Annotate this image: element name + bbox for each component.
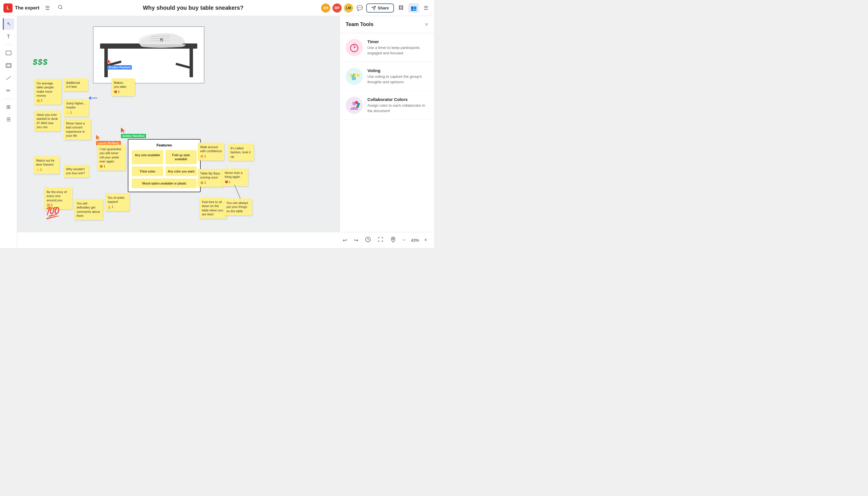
toolbar-divider2 <box>4 99 13 99</box>
canvas-area: $$$ → <box>17 16 434 232</box>
redo-button[interactable]: ↪ <box>352 235 360 245</box>
sticky-s1[interactable]: On average taller people make more money… <box>34 79 62 105</box>
timer-icon <box>345 39 363 56</box>
dollar-signs: $$$ <box>33 58 48 67</box>
features-title: Features <box>132 143 197 147</box>
svg-line-1 <box>61 8 62 9</box>
app-name: The expert <box>15 5 39 11</box>
sticky-s7[interactable]: I can guarantee you will never roll your… <box>97 145 126 170</box>
collab-colors-desc: Assign color to each collaborator in the… <box>367 103 428 113</box>
rectangle-tool[interactable] <box>3 47 14 59</box>
svg-rect-4 <box>6 51 11 55</box>
svg-point-32 <box>392 238 394 240</box>
voting-name: Voting <box>367 68 428 73</box>
panel-title: Team Tools <box>345 21 373 28</box>
location-button[interactable] <box>388 235 398 245</box>
sticky-s2[interactable]: Additional3-4 feet <box>64 78 88 91</box>
feature-any-color: Any color you want <box>165 167 197 176</box>
sticky-s15[interactable]: Table flip flops coming soon 😉 1 <box>198 169 224 187</box>
svg-point-0 <box>58 5 62 9</box>
collaborators-button[interactable]: 👥 <box>408 3 419 13</box>
cursor-lauren: Lauren McNeely <box>96 135 101 140</box>
content-area: $$$ → <box>17 16 434 248</box>
list-tool[interactable]: ☰ <box>3 114 14 125</box>
collab-colors-name: Collaborator Colors <box>367 97 428 102</box>
history-button[interactable] <box>363 235 373 245</box>
avatar-bp: BP <box>333 3 342 13</box>
zoom-out-button[interactable]: − <box>401 235 408 245</box>
sticky-s13[interactable]: Walk around with confidence 🔥 1 <box>198 143 224 160</box>
cursor-braden: Braden Packard <box>107 59 112 65</box>
feature-fold-up: Fold up style available <box>165 150 197 164</box>
voting-info: Voting Use voting to capture the group's… <box>367 68 428 84</box>
sticky-s4[interactable]: Jump higher... maybe ✨ 1 <box>64 99 89 117</box>
voting-icon: ⭐ ⭐ ⭐ <box>345 68 363 85</box>
svg-rect-6 <box>7 64 10 67</box>
line-tool[interactable] <box>3 72 14 84</box>
sticky-s12[interactable]: Ton of ankle support 🙏 1 <box>105 193 129 211</box>
toolbar-divider1 <box>4 45 13 45</box>
sticky-s17[interactable]: Feel free to sit down on the table when … <box>199 198 227 219</box>
canvas[interactable]: $$$ → <box>17 16 340 232</box>
frame-tool[interactable] <box>3 60 14 71</box>
cursor-ashley: Ashley Hamilton <box>121 127 126 133</box>
features-grid: Any size available Fold up style availab… <box>132 150 197 188</box>
search-button[interactable] <box>55 3 65 12</box>
present-button[interactable]: 🖼 <box>396 3 406 13</box>
svg-rect-10 <box>190 49 193 77</box>
sticky-s14[interactable]: It's called fashion, look it up. <box>228 144 254 161</box>
collab-colors-info: Collaborator Colors Assign color to each… <box>367 97 428 113</box>
sticky-s8[interactable]: Watch out for door frames! ⭐ 1 <box>34 156 60 174</box>
panel-close-button[interactable]: × <box>425 21 428 28</box>
sticky-s16[interactable]: Never lose a thing again ❤️ 1 <box>222 169 248 186</box>
hamburger-button[interactable]: ☰ <box>43 4 52 12</box>
feature-any-size: Any size available <box>132 150 163 164</box>
feature-thick-soles: Thick soles <box>132 167 163 176</box>
pen-tool[interactable]: ✏ <box>3 85 14 96</box>
sticky-s3[interactable]: Makesyou taller ❤️ 2 <box>112 78 135 96</box>
menu-button[interactable]: ☰ <box>421 3 431 13</box>
sticky-s18[interactable]: You can always put your things on the ta… <box>224 199 252 215</box>
fullscreen-button[interactable] <box>375 235 386 245</box>
sticky-s6[interactable]: Never have a bad concert experience in y… <box>64 119 91 140</box>
features-box: Features Any size available Fold up styl… <box>128 139 201 192</box>
voting-tool-item[interactable]: ⭐ ⭐ ⭐ Voting Use voting to capture the g… <box>340 62 434 91</box>
bottom-bar: ↩ ↪ − 43% + <box>17 232 434 248</box>
svg-line-21 <box>354 47 356 48</box>
voting-desc: Use voting to capture the group's though… <box>367 74 428 84</box>
main-area: ↖ T ✏ ⊞ ☰ $$$ → <box>0 16 434 248</box>
sticky-s11[interactable]: You will definatley get comments about t… <box>74 199 103 220</box>
timer-name: Timer <box>367 39 428 44</box>
topbar: L The expert ☰ Why should you buy table … <box>0 0 434 16</box>
grid-tool[interactable]: ⊞ <box>3 101 14 113</box>
timer-desc: Use a timer to keep participants engaged… <box>367 45 428 56</box>
chat-button[interactable]: 💬 <box>355 4 364 12</box>
svg-point-30 <box>356 105 359 108</box>
timer-tool-item[interactable]: Timer Use a timer to keep participants e… <box>340 33 434 62</box>
collab-colors-icon <box>345 97 363 114</box>
undo-button[interactable]: ↩ <box>340 235 349 245</box>
zoom-control: − 43% + <box>401 235 430 245</box>
feature-wood: Wood option available or plastic <box>132 179 197 188</box>
table-sneaker-image: N <box>93 26 205 83</box>
hundred-emoji: 💯 <box>46 206 60 220</box>
sticky-s5[interactable]: Have you ever wanted to dunk it? Well no… <box>34 110 61 131</box>
sticky-s9[interactable]: Why wouldn't you buy one? <box>64 165 89 177</box>
topbar-right: AH BP LM 💬 Share 🖼 👥 ☰ <box>321 3 431 13</box>
collab-colors-tool-item[interactable]: Collaborator Colors Assign color to each… <box>340 91 434 120</box>
zoom-in-button[interactable]: + <box>422 235 430 245</box>
zoom-level: 43% <box>409 238 421 243</box>
right-panel: Team Tools × Tim <box>340 16 434 232</box>
text-tool[interactable]: T <box>3 31 14 42</box>
avatar-lm: LM <box>344 3 353 13</box>
panel-header: Team Tools × <box>340 16 434 33</box>
share-button[interactable]: Share <box>366 3 394 13</box>
left-toolbar: ↖ T ✏ ⊞ ☰ <box>0 16 17 248</box>
svg-line-7 <box>6 76 11 80</box>
svg-text:⭐: ⭐ <box>356 73 360 77</box>
doc-title: Why should you buy table sneakers? <box>67 4 319 11</box>
select-tool[interactable]: ↖ <box>3 18 14 30</box>
timer-info: Timer Use a timer to keep participants e… <box>367 39 428 56</box>
app-logo: L <box>3 3 13 13</box>
avatar-ah: AH <box>321 3 330 13</box>
